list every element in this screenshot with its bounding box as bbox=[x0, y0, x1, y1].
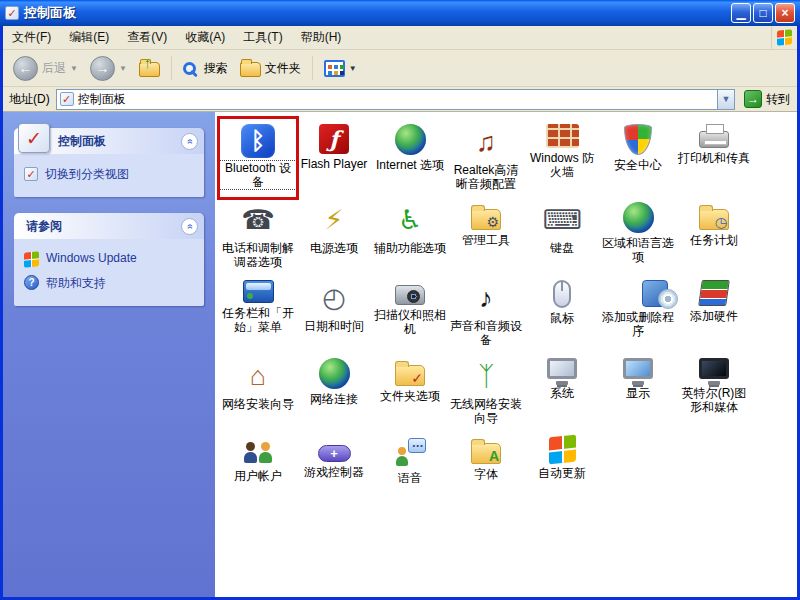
grid-item-game-controllers[interactable]: +游戏控制器 bbox=[296, 431, 372, 509]
menu-item-favorites[interactable]: 收藏(A) bbox=[176, 26, 234, 49]
grid-item-label: 自动更新 bbox=[524, 466, 600, 480]
minimize-button[interactable]: ▁ bbox=[731, 3, 751, 23]
grid-item-add-hardware[interactable]: 添加硬件 bbox=[676, 275, 752, 353]
grid-item-flash-player[interactable]: ƒFlash Player bbox=[296, 119, 372, 197]
sidebar-item-windows-update[interactable]: Windows Update bbox=[22, 247, 196, 271]
grid-item-label: 文件夹选项 bbox=[372, 389, 448, 403]
scheduled-tasks-icon: ◷ bbox=[699, 209, 729, 230]
grid-item-folder-options[interactable]: ✓文件夹选项 bbox=[372, 353, 448, 431]
folders-label: 文件夹 bbox=[265, 60, 301, 77]
grid-item-scheduled-tasks[interactable]: ◷任务计划 bbox=[676, 197, 752, 275]
go-button[interactable]: → 转到 bbox=[741, 89, 793, 109]
grid-item-administrative-tools[interactable]: ⚙管理工具 bbox=[448, 197, 524, 275]
toolbar-separator bbox=[171, 56, 172, 80]
window-title: 控制面板 bbox=[24, 4, 726, 22]
grid-item-label: Windows 防火墙 bbox=[524, 151, 600, 179]
grid-item-label: Realtek高清晰音频配置 bbox=[448, 163, 524, 191]
go-label: 转到 bbox=[766, 91, 790, 108]
sidebar-item-label: Windows Update bbox=[46, 251, 137, 265]
grid-item-label: 区域和语言选项 bbox=[600, 236, 676, 264]
grid-item-bluetooth-devices[interactable]: ᛒBluetooth 设备 bbox=[220, 119, 296, 197]
sidebar-panel-see-also: 请参阅»Windows Update?帮助和支持 bbox=[14, 213, 204, 306]
search-button[interactable]: 搜索 bbox=[179, 58, 232, 79]
address-label: 地址(D) bbox=[9, 91, 50, 108]
grid-item-label: 日期和时间 bbox=[296, 319, 372, 333]
menu-item-tools[interactable]: 工具(T) bbox=[234, 26, 291, 49]
grid-item-sounds-and-audio-devices[interactable]: ♪声音和音频设备 bbox=[448, 275, 524, 353]
sidebar-item-switch-to-category-view[interactable]: ✓切换到分类视图 bbox=[22, 162, 196, 187]
back-dropdown-icon[interactable]: ▼ bbox=[70, 64, 78, 73]
wireless-network-setup-wizard-icon: ᛉ bbox=[463, 358, 509, 394]
panel-header-control-panel[interactable]: ✓控制面板» bbox=[14, 128, 204, 154]
menu-item-file[interactable]: 文件(F) bbox=[3, 26, 60, 49]
grid-item-wireless-network-setup-wizard[interactable]: ᛉ无线网络安装向导 bbox=[448, 353, 524, 431]
grid-item-taskbar-and-start-menu[interactable]: 任务栏和「开始」菜单 bbox=[220, 275, 296, 353]
grid-item-label: 打印机和传真 bbox=[676, 151, 752, 165]
grid-item-automatic-updates[interactable]: 自动更新 bbox=[524, 431, 600, 509]
grid-item-label: 任务栏和「开始」菜单 bbox=[220, 306, 296, 334]
back-button[interactable]: ← 后退 ▼ bbox=[9, 54, 82, 83]
grid-item-label: 电话和调制解调器选项 bbox=[220, 241, 296, 269]
grid-item-label: 任务计划 bbox=[676, 233, 752, 247]
forward-dropdown-icon[interactable]: ▼ bbox=[119, 64, 127, 73]
folders-button[interactable]: 文件夹 bbox=[236, 57, 305, 79]
titlebar[interactable]: ✓ 控制面板 ▁□× bbox=[0, 0, 800, 26]
address-dropdown-button[interactable]: ▼ bbox=[717, 90, 734, 109]
help-icon: ? bbox=[24, 275, 39, 290]
date-and-time-icon: ◴ bbox=[311, 280, 357, 316]
panel-body: ✓切换到分类视图 bbox=[14, 154, 204, 197]
grid-item-regional-and-language-options[interactable]: 区域和语言选项 bbox=[600, 197, 676, 275]
grid-item-label: 无线网络安装向导 bbox=[448, 397, 524, 425]
grid-item-realtek-hd-audio-config[interactable]: ♫Realtek高清晰音频配置 bbox=[448, 119, 524, 197]
grid-item-fonts[interactable]: A字体 bbox=[448, 431, 524, 509]
back-label: 后退 bbox=[42, 60, 66, 77]
forward-button[interactable]: → ▼ bbox=[86, 54, 131, 83]
address-combo[interactable]: ✓ 控制面板 ▼ bbox=[56, 89, 735, 110]
maximize-button[interactable]: □ bbox=[753, 3, 773, 23]
grid-item-windows-firewall[interactable]: Windows 防火墙 bbox=[524, 119, 600, 197]
grid-item-mouse[interactable]: 鼠标 bbox=[524, 275, 600, 353]
realtek-hd-audio-config-icon: ♫ bbox=[463, 124, 509, 160]
grid-item-intel-graphics-and-media[interactable]: 英特尔(R)图形和媒体 bbox=[676, 353, 752, 431]
grid-item-internet-options[interactable]: Internet 选项 bbox=[372, 119, 448, 197]
up-button[interactable]: ↑ bbox=[135, 57, 164, 79]
scanners-and-cameras-icon bbox=[395, 285, 425, 305]
regional-and-language-options-icon bbox=[623, 202, 654, 233]
close-button[interactable]: × bbox=[775, 3, 795, 23]
views-button[interactable]: ▼ bbox=[320, 58, 361, 79]
grid-item-speech[interactable]: 语音 bbox=[372, 431, 448, 509]
chevron-up-icon[interactable]: » bbox=[181, 133, 198, 150]
network-connections-icon bbox=[319, 358, 350, 389]
sounds-and-audio-devices-icon: ♪ bbox=[463, 280, 509, 316]
grid-item-user-accounts[interactable]: 用户帐户 bbox=[220, 431, 296, 509]
sidebar-item-help-and-support[interactable]: ?帮助和支持 bbox=[22, 271, 196, 296]
grid-item-add-or-remove-programs[interactable]: 添加或删除程序 bbox=[600, 275, 676, 353]
grid-item-date-and-time[interactable]: ◴日期和时间 bbox=[296, 275, 372, 353]
grid-item-phone-and-modem-options[interactable]: ☎电话和调制解调器选项 bbox=[220, 197, 296, 275]
grid-item-system[interactable]: 系统 bbox=[524, 353, 600, 431]
views-dropdown-icon[interactable]: ▼ bbox=[349, 64, 357, 73]
keyboard-icon: ⌨ bbox=[539, 202, 585, 238]
menu-item-help[interactable]: 帮助(H) bbox=[292, 26, 351, 49]
control-panel-window: ✓ 控制面板 ▁□× 文件(F)编辑(E)查看(V)收藏(A)工具(T)帮助(H… bbox=[0, 0, 800, 600]
grid-item-label: 辅助功能选项 bbox=[372, 241, 448, 255]
panel-header-see-also[interactable]: 请参阅» bbox=[14, 213, 204, 239]
system-icon bbox=[547, 358, 577, 379]
control-panel-icon: ✓ bbox=[18, 123, 50, 153]
grid-item-power-options[interactable]: ⚡电源选项 bbox=[296, 197, 372, 275]
menu-item-view[interactable]: 查看(V) bbox=[118, 26, 176, 49]
grid-item-label: 扫描仪和照相机 bbox=[372, 308, 448, 336]
grid-item-keyboard[interactable]: ⌨键盘 bbox=[524, 197, 600, 275]
grid-item-security-center[interactable]: 安全中心 bbox=[600, 119, 676, 197]
grid-item-display[interactable]: 显示 bbox=[600, 353, 676, 431]
grid-item-label: 鼠标 bbox=[524, 311, 600, 325]
grid-item-network-connections[interactable]: 网络连接 bbox=[296, 353, 372, 431]
menu-item-edit[interactable]: 编辑(E) bbox=[60, 26, 118, 49]
grid-item-accessibility-options[interactable]: ♿辅助功能选项 bbox=[372, 197, 448, 275]
grid-item-network-setup-wizard[interactable]: ⌂网络安装向导 bbox=[220, 353, 296, 431]
grid-item-printers-and-faxes[interactable]: 打印机和传真 bbox=[676, 119, 752, 197]
category-view-icon: ✓ bbox=[24, 167, 38, 181]
icon-grid: ᛒBluetooth 设备ƒFlash PlayerInternet 选项♫Re… bbox=[215, 112, 797, 509]
grid-item-scanners-and-cameras[interactable]: 扫描仪和照相机 bbox=[372, 275, 448, 353]
chevron-up-icon[interactable]: » bbox=[181, 218, 198, 235]
